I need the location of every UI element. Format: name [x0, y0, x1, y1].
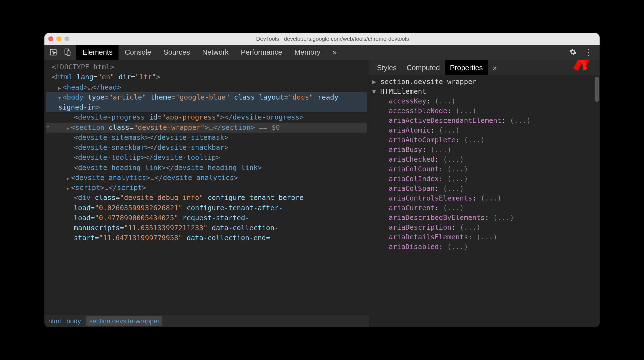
elements-panel: <!DOCTYPE html> <html lang="en" dir="ltr… — [44, 60, 369, 327]
dom-html-open[interactable]: <html lang="en" dir="ltr"> — [46, 72, 367, 82]
dom-heading-link[interactable]: <devsite-heading-link></devsite-heading-… — [46, 163, 367, 173]
tab-performance[interactable]: Performance — [235, 45, 288, 60]
property-row[interactable]: ariaColCount: (...) — [372, 164, 597, 174]
gear-icon[interactable] — [569, 48, 577, 56]
property-row[interactable]: ariaDescribedByElements: (...) — [372, 213, 597, 222]
breadcrumb-section[interactable]: section.devsite-wrapper — [86, 316, 162, 326]
annotation-arrow-icon — [570, 60, 595, 73]
subtab-properties[interactable]: Properties — [445, 60, 488, 75]
breadcrumb-html[interactable]: html — [48, 317, 61, 325]
property-row[interactable]: ariaAtomic: (...) — [372, 125, 597, 135]
properties-pane[interactable]: ▶ section.devsite-wrapper ▼ HTMLElement … — [369, 75, 600, 327]
breadcrumb-body[interactable]: body — [66, 317, 81, 325]
dom-doctype[interactable]: <!DOCTYPE html> — [46, 62, 367, 72]
property-row[interactable]: ariaColSpan: (...) — [372, 184, 597, 193]
close-button[interactable] — [48, 36, 53, 41]
kebab-menu-icon[interactable]: ⋮ — [585, 48, 593, 57]
dom-section-selected[interactable]: ⋯<section class="devsite-wrapper">…</sec… — [46, 123, 367, 133]
window-title: DevTools - developers.google.com/web/too… — [69, 36, 596, 42]
svg-rect-2 — [67, 51, 70, 55]
property-row[interactable]: ariaDisabled: (...) — [372, 242, 597, 252]
property-row[interactable]: ariaColIndex: (...) — [372, 174, 597, 184]
titlebar: DevTools - developers.google.com/web/too… — [44, 33, 600, 45]
subtab-computed[interactable]: Computed — [402, 60, 445, 75]
dom-sitemask[interactable]: <devsite-sitemask></devsite-sitemask> — [46, 133, 367, 143]
tab-elements[interactable]: Elements — [76, 45, 119, 60]
dom-snackbar[interactable]: <devsite-snackbar></devsite-snackbar> — [46, 143, 367, 153]
property-row[interactable]: ariaControlsElements: (...) — [372, 193, 597, 203]
subtab-styles[interactable]: Styles — [372, 60, 402, 75]
property-row[interactable]: ariaActiveDescendantElement: (...) — [372, 116, 597, 125]
scrollbar[interactable] — [595, 77, 599, 102]
minimize-button[interactable] — [56, 36, 61, 41]
dom-devsite-progress[interactable]: <devsite-progress id="app-progress"></de… — [46, 112, 367, 122]
tab-memory[interactable]: Memory — [288, 45, 326, 60]
property-row[interactable]: ariaChecked: (...) — [372, 154, 597, 164]
property-row[interactable]: ariaBusy: (...) — [372, 145, 597, 154]
breadcrumb: html body section.devsite-wrapper — [44, 315, 369, 327]
devtools-window: DevTools - developers.google.com/web/too… — [44, 33, 600, 327]
main-toolbar: Elements Console Sources Network Perform… — [44, 45, 600, 60]
zoom-button[interactable] — [64, 36, 69, 41]
property-row[interactable]: accessibleNode: (...) — [372, 106, 597, 116]
tab-network[interactable]: Network — [196, 45, 235, 60]
main-content: <!DOCTYPE html> <html lang="en" dir="ltr… — [44, 60, 600, 327]
sidebar-panel: Styles Computed Properties » ▶ section.d… — [369, 60, 600, 327]
prop-header-htmlelement[interactable]: ▼ HTMLElement — [372, 87, 597, 96]
traffic-lights — [48, 36, 69, 41]
inspect-icon[interactable] — [49, 48, 57, 56]
property-row[interactable]: ariaAutoComplete: (...) — [372, 135, 597, 145]
main-tabs: Elements Console Sources Network Perform… — [76, 45, 343, 60]
dom-script[interactable]: <script>…</script> — [46, 183, 367, 193]
property-row[interactable]: accessKey: (...) — [372, 96, 597, 106]
property-row[interactable]: ariaDescription: (...) — [372, 222, 597, 232]
dom-debug-div[interactable]: <div class="devsite-debug-info" configur… — [46, 193, 367, 243]
dom-head[interactable]: <head>…</head> — [46, 82, 367, 92]
more-tabs-icon[interactable]: » — [326, 45, 343, 60]
tab-console[interactable]: Console — [119, 45, 157, 60]
prop-header-section[interactable]: ▶ section.devsite-wrapper — [372, 77, 597, 87]
dom-tooltip[interactable]: <devsite-tooltip></devsite-tooltip> — [46, 153, 367, 163]
dom-analytics[interactable]: <devsite-analytics>…</devsite-analytics> — [46, 173, 367, 183]
sidebar-tabs: Styles Computed Properties » — [369, 60, 600, 75]
dom-body-open[interactable]: <body type="article" theme="google-blue"… — [46, 92, 367, 113]
more-subtabs-icon[interactable]: » — [488, 60, 502, 75]
dom-tree[interactable]: <!DOCTYPE html> <html lang="en" dir="ltr… — [44, 60, 369, 315]
property-row[interactable]: ariaDetailsElements: (...) — [372, 232, 597, 242]
device-icon[interactable] — [63, 48, 71, 56]
property-row[interactable]: ariaCurrent: (...) — [372, 203, 597, 213]
tab-sources[interactable]: Sources — [157, 45, 196, 60]
